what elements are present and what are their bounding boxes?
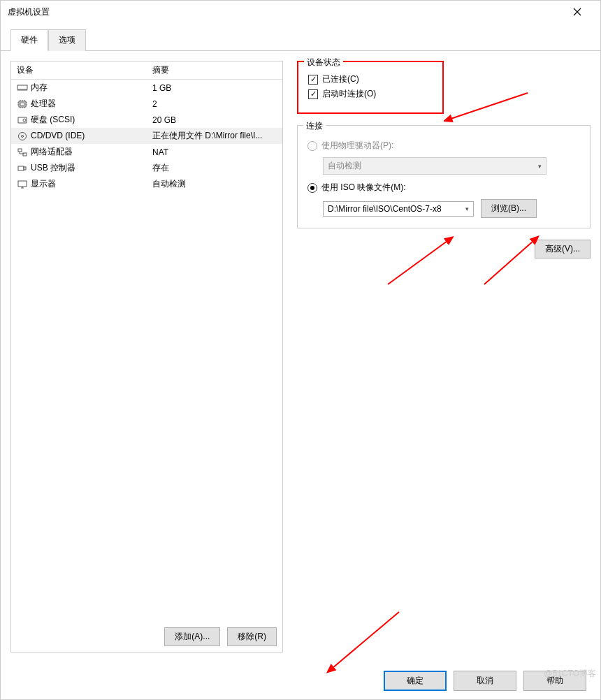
titlebar: 虚拟机设置 <box>1 1 600 23</box>
summary-cell: 2 <box>147 96 282 112</box>
table-row[interactable]: 内存1 GB <box>11 80 282 96</box>
device-status-legend: 设备状态 <box>304 57 343 68</box>
remove-button[interactable]: 移除(R) <box>227 627 277 646</box>
add-button[interactable]: 添加(A)... <box>164 627 220 646</box>
network-icon <box>17 147 28 157</box>
connect-poweron-checkbox[interactable]: ✓ <box>308 89 318 99</box>
iso-radio[interactable] <box>307 183 317 193</box>
table-row[interactable]: 显示器自动检测 <box>11 176 282 192</box>
table-row[interactable]: 处理器2 <box>11 96 282 112</box>
device-cell: 网络适配器 <box>11 144 147 160</box>
advanced-button[interactable]: 高级(V)... <box>535 240 591 258</box>
table-row[interactable]: CD/DVD (IDE)正在使用文件 D:\Mirror file\I... <box>11 128 282 144</box>
browse-button[interactable]: 浏览(B)... <box>481 199 537 218</box>
svg-line-11 <box>451 93 528 119</box>
device-cell: CD/DVD (IDE) <box>11 128 147 144</box>
svg-point-3 <box>23 119 26 122</box>
svg-rect-8 <box>18 166 24 170</box>
summary-cell: NAT <box>147 144 282 160</box>
iso-label: 使用 ISO 映像文件(M): <box>321 182 406 194</box>
watermark: @51CTO博客 <box>544 668 596 680</box>
connection-legend: 连接 <box>303 120 326 132</box>
svg-point-5 <box>22 135 24 137</box>
cpu-icon <box>17 99 28 109</box>
connected-label: 已连接(C) <box>322 73 359 85</box>
svg-rect-10 <box>18 181 27 187</box>
ok-button[interactable]: 确定 <box>384 671 447 691</box>
summary-cell: 自动检测 <box>147 176 282 192</box>
physical-drive-radio[interactable] <box>307 141 317 151</box>
disk-icon <box>17 115 28 125</box>
svg-rect-6 <box>18 149 22 152</box>
cancel-button[interactable]: 取消 <box>454 671 516 691</box>
summary-cell: 20 GB <box>147 112 282 128</box>
physical-drive-label: 使用物理驱动器(P): <box>321 140 393 152</box>
memory-icon <box>17 83 28 93</box>
chevron-down-icon: ▾ <box>538 163 542 170</box>
iso-radio-row[interactable]: 使用 ISO 映像文件(M): <box>307 182 580 194</box>
col-summary: 摘要 <box>147 61 282 80</box>
cd-icon <box>17 131 28 141</box>
dialog-footer: 确定 取消 帮助 @51CTO博客 <box>1 662 600 699</box>
tab-hardware[interactable]: 硬件 <box>10 29 48 51</box>
physical-drive-radio-row[interactable]: 使用物理驱动器(P): <box>307 140 580 152</box>
connect-poweron-label: 启动时连接(O) <box>322 88 376 100</box>
tabs: 硬件 选项 <box>1 23 600 51</box>
device-cell: 显示器 <box>11 176 147 192</box>
summary-cell: 1 GB <box>147 80 282 96</box>
connect-poweron-checkbox-row[interactable]: ✓ 启动时连接(O) <box>308 88 433 100</box>
tab-options[interactable]: 选项 <box>48 29 86 51</box>
summary-cell: 正在使用文件 D:\Mirror file\I... <box>147 128 282 144</box>
close-button[interactable] <box>561 1 593 23</box>
device-list-panel: 设备 摘要 内存1 GB处理器2硬盘 (SCSI)20 GBCD/DVD (ID… <box>10 61 283 652</box>
svg-rect-0 <box>17 85 27 89</box>
svg-rect-2 <box>20 103 24 105</box>
table-row[interactable]: USB 控制器存在 <box>11 160 282 176</box>
summary-cell: 存在 <box>147 160 282 176</box>
connected-checkbox[interactable]: ✓ <box>308 75 318 85</box>
device-cell: 硬盘 (SCSI) <box>11 112 147 128</box>
annotation-arrow <box>444 87 535 129</box>
chevron-down-icon: ▾ <box>465 205 469 212</box>
usb-icon <box>17 163 28 173</box>
device-status-group: 设备状态 ✓ 已连接(C) ✓ 启动时连接(O) <box>297 61 444 114</box>
physical-drive-select: 自动检测 ▾ <box>323 157 546 175</box>
device-cell: 内存 <box>11 80 147 96</box>
connected-checkbox-row[interactable]: ✓ 已连接(C) <box>308 73 433 85</box>
table-row[interactable]: 硬盘 (SCSI)20 GB <box>11 112 282 128</box>
window-title: 虚拟机设置 <box>8 6 561 18</box>
iso-path-select[interactable]: D:\Mirror file\ISO\CentOS-7-x8 ▾ <box>323 201 474 217</box>
display-icon <box>17 180 28 189</box>
device-table: 设备 摘要 内存1 GB处理器2硬盘 (SCSI)20 GBCD/DVD (ID… <box>11 61 282 622</box>
col-device: 设备 <box>11 61 147 80</box>
device-cell: USB 控制器 <box>11 160 147 176</box>
device-cell: 处理器 <box>11 96 147 112</box>
svg-point-4 <box>19 132 27 140</box>
connection-group: 连接 使用物理驱动器(P): 自动检测 ▾ 使用 ISO 映像文件(M): <box>297 125 591 228</box>
settings-panel: 设备状态 ✓ 已连接(C) ✓ 启动时连接(O) 连接 使用物理驱动器(P): <box>297 61 591 652</box>
close-icon <box>573 8 581 16</box>
svg-rect-9 <box>24 167 26 170</box>
table-row[interactable]: 网络适配器NAT <box>11 144 282 160</box>
